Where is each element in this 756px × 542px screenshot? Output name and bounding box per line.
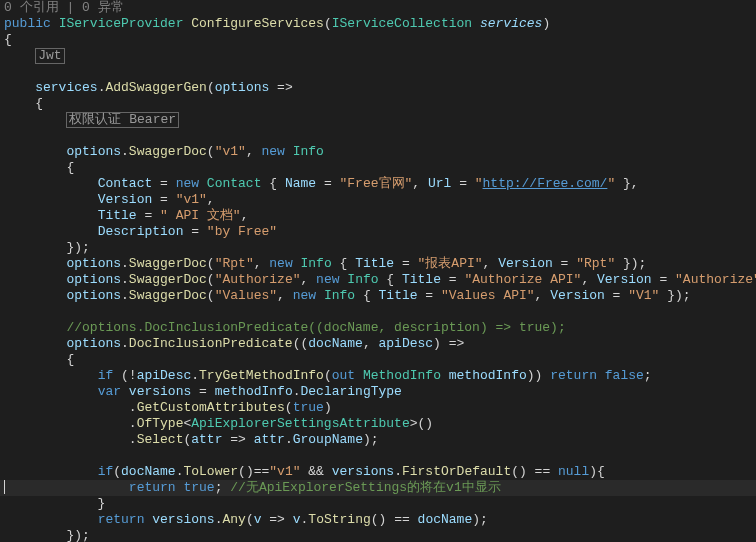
version-line: Version = "v1",: [0, 192, 756, 208]
return-true-line: return true; //无ApiExplorerSettings的将在v1…: [0, 480, 756, 496]
codelens-jwt[interactable]: Jwt: [0, 48, 756, 64]
getcustomattributes: .GetCustomAttributes(true): [0, 400, 756, 416]
contact-line: Contact = new Contact { Name = "Free官网",…: [0, 176, 756, 192]
cursor-icon: [4, 480, 5, 494]
if-docname-v1: if(docName.ToLower()=="v1" && versions.F…: [0, 464, 756, 480]
codelens-bearer[interactable]: 权限认证 Bearer: [0, 112, 756, 128]
if-trygetmethodinfo: if (!apiDesc.TryGetMethodInfo(out Method…: [0, 368, 756, 384]
swaggerdoc-values: options.SwaggerDoc("Values", new Info { …: [0, 288, 756, 304]
method-signature: public IServiceProvider ConfigureService…: [0, 16, 756, 32]
oftype: .OfType<ApiExplorerSettingsAttribute>(): [0, 416, 756, 432]
brace-open: {: [0, 32, 756, 48]
commented-predicate: //options.DocInclusionPredicate((docName…: [0, 320, 756, 336]
predicate-call: options.DocInclusionPredicate((docName, …: [0, 336, 756, 352]
swaggerdoc-v1: options.SwaggerDoc("v1", new Info: [0, 144, 756, 160]
return-any: return versions.Any(v => v.ToString() ==…: [0, 512, 756, 528]
description-line: Description = "by Free": [0, 224, 756, 240]
addswaggergen-call: services.AddSwaggerGen(options =>: [0, 80, 756, 96]
select: .Select(attr => attr.GroupName);: [0, 432, 756, 448]
swaggerdoc-authorize: options.SwaggerDoc("Authorize", new Info…: [0, 272, 756, 288]
swaggerdoc-rpt: options.SwaggerDoc("Rpt", new Info { Tit…: [0, 256, 756, 272]
var-versions: var versions = methodInfo.DeclaringType: [0, 384, 756, 400]
title-line: Title = " API 文档",: [0, 208, 756, 224]
code-editor[interactable]: 0 个引用 | 0 异常 public IServiceProvider Con…: [0, 0, 756, 542]
codelens-refs[interactable]: 0 个引用 | 0 异常: [0, 0, 756, 16]
